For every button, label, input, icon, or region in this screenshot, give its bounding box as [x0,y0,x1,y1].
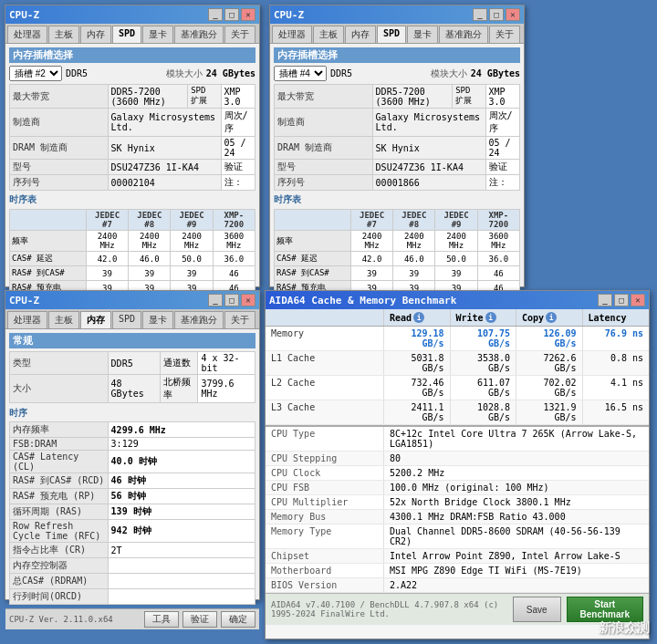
type3-value: DDR5 [108,352,161,375]
tab-gpu[interactable]: 显卡 [142,26,173,43]
aida-maximize-button[interactable]: □ [614,294,629,306]
chipset-value: Intel Arrow Point Z890, Intel Arrow Lake… [384,549,649,563]
tab-bench[interactable]: 基准跑分 [174,26,224,43]
cpuz2-window-controls: _ □ ✕ [473,8,520,21]
order-label-2: 周次/序 [485,109,519,137]
cpuz2-title: CPU-Z [274,9,304,21]
cas2-j8: 46.0 [393,252,435,266]
rdram3-label: 总CAS# (RDRAM) [10,574,109,589]
aida64-info-section: CPU Type 8C+12c Intel Core Ultra 7 265K … [266,425,649,593]
aida-close-button[interactable]: ✕ [631,294,645,306]
minimize-button[interactable]: _ [208,8,223,21]
th2-jedec7: JEDEC #7 [350,210,392,231]
maximize-button-2[interactable]: □ [489,8,504,21]
tab3-about[interactable]: 关于 [224,311,256,328]
bench-header-read: Read i [384,309,451,326]
tab-about[interactable]: 关于 [224,26,256,43]
part-value: DSU247Z36 1I-KA4 [108,160,221,175]
cpuz3-confirm-btn[interactable]: 确定 [221,611,256,628]
trcd-xmp: 46 [213,266,255,281]
slot-selector-2[interactable]: 插槽 #4 [274,66,327,81]
module-size-label-2: 模块大小 [431,68,467,80]
tab2-processor[interactable]: 处理器 [272,26,312,43]
close-button-2[interactable]: ✕ [506,8,520,21]
ras3-label: 循环周期 (RAS) [10,504,109,520]
tab-memory[interactable]: 内存 [80,26,111,43]
minimize-button-3[interactable]: _ [208,294,223,306]
cpuz3-verify-btn[interactable]: 验证 [182,611,217,628]
l2-latency: 4.1 ns [583,376,650,400]
info-row-mobo: Motherboard MSI MPG Z890 Edge TI WiFi (M… [266,564,649,578]
aida64-save-button[interactable]: Save [513,597,561,622]
dram-freq3-value: 4299.6 MHz [108,422,255,438]
maximize-button[interactable]: □ [224,8,239,21]
tab3-bench[interactable]: 基准跑分 [174,311,224,328]
size3-value: 48 GBytes [108,375,161,403]
minimize-button-2[interactable]: _ [473,8,487,21]
rp3-value: 56 时钟 [108,489,255,504]
aida64-bench-header: Read i Write i Copy i Latency [266,309,649,327]
note-label: 注： [221,175,255,191]
cpuz2-info-table: 最大带宽DDR5-7200 (3600 MHz) SPD 扩展XMP 3.0 制… [274,84,520,191]
cpuz3-section-title: 常规 [9,333,256,348]
freq-j8: 2400 MHz [129,231,171,252]
maximize-button-3[interactable]: □ [224,294,239,306]
tab3-spd[interactable]: SPD [112,311,141,328]
ras-rcd3-value: 46 时钟 [108,473,255,489]
tab2-bench[interactable]: 基准跑分 [439,26,488,43]
max-bw-label-2: 最大带宽 [275,85,373,109]
module-size-value: 24 GBytes [206,68,256,78]
tab2-mainboard[interactable]: 主板 [313,26,344,43]
rfc3-label: Row Refresh Cycle Time (RFC) [10,520,109,543]
tab2-memory[interactable]: 内存 [345,26,376,43]
close-button-3[interactable]: ✕ [241,294,256,306]
verify-label-2: 验证 [485,160,519,175]
tab2-spd[interactable]: SPD [377,26,406,43]
th2-jedec8: JEDEC #8 [393,210,435,231]
copy-info-icon: i [546,312,557,323]
aida64-titlebar: AIDA64 Cache & Memory Benchmark _ □ ✕ [266,291,649,309]
aida64-title: AIDA64 Cache & Memory Benchmark [269,295,456,306]
bench-row-memory: Memory 129.18 GB/s 107.75 GB/s 126.09 GB… [266,327,649,351]
tab2-gpu[interactable]: 显卡 [407,26,438,43]
freq2-j7: 2400 MHz [350,231,392,252]
l2-copy: 702.02 GB/s [516,376,583,400]
cpuz3-tools-btn[interactable]: 工具 [144,611,179,628]
aida-minimize-button[interactable]: _ [598,294,612,306]
cr3-value: 2T [108,543,255,558]
cpuz3-titlebar: CPU-Z _ □ ✕ [5,291,259,309]
cpuz3-window-controls: _ □ ✕ [208,294,256,306]
cas-j7: 42.0 [86,252,128,266]
aida64-start-button[interactable]: Start Benchmark [567,597,643,622]
cpuz1-window-controls: _ □ ✕ [208,8,256,21]
mobo-value: MSI MPG Z890 Edge TI WiFi (MS-7E19) [384,564,649,577]
mfr-label: 制造商 [10,109,109,137]
cpu-mult-value: 52x North Bridge Clock 3800.1 MHz [384,495,649,509]
memory-latency: 76.9 ns [583,327,650,350]
bench-row-l3: L3 Cache 2411.1 GB/s 1028.8 GB/s 1321.9 … [266,400,649,425]
l3-latency: 16.5 ns [583,400,650,424]
info-row-cpu-mult: CPU Multiplier 52x North Bridge Clock 38… [266,495,649,510]
tab3-gpu[interactable]: 显卡 [142,311,173,328]
type-label: DDR5 [66,68,88,78]
info-row-cpu-clock: CPU Clock 5200.2 MHz [266,466,649,481]
tab-processor[interactable]: 处理器 [7,26,47,43]
memory-copy: 126.09 GB/s [516,327,583,350]
max-bw-value: DDR5-7200 (3600 MHz) [108,85,188,109]
tab3-mainboard[interactable]: 主板 [48,311,79,328]
tab-spd[interactable]: SPD [112,26,141,43]
mfr-value-2: Galaxy Microsystems Ltd. [372,109,485,137]
cas-j9: 50.0 [171,252,213,266]
chipset-label: Chipset [266,549,384,563]
max-bw-value-2: DDR5-7200 (3600 MHz) [372,85,453,109]
tab2-about[interactable]: 关于 [489,26,520,43]
tab-mainboard[interactable]: 主板 [48,26,79,43]
spd-label-2: SPD 扩展 [453,85,485,109]
close-button[interactable]: ✕ [241,8,256,21]
slot-selector-1[interactable]: 插槽 #2 [9,66,62,81]
tab3-memory[interactable]: 内存 [80,311,111,328]
write-info-icon: i [485,312,496,323]
ras-rcd3-label: RAS# 到CAS# (RCD) [10,473,109,489]
info-row-mem-bus: Memory Bus 4300.1 MHz DRAM:FSB Ratio 43.… [266,510,649,525]
tab3-processor[interactable]: 处理器 [7,311,47,328]
